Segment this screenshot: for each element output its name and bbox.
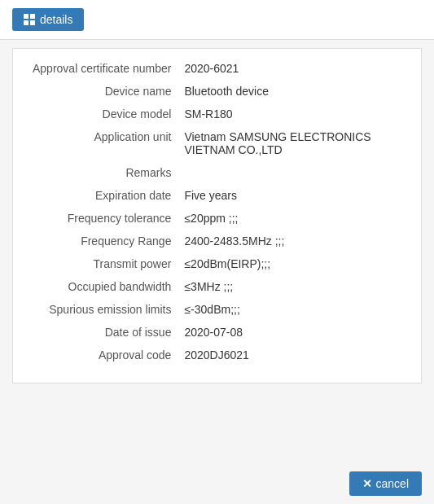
table-row: Application unitVietnam SAMSUNG ELECTRON… [29, 125, 405, 161]
field-value: 2020-6021 [181, 57, 405, 80]
field-label: Application unit [29, 125, 181, 161]
details-button[interactable]: details [12, 8, 84, 31]
table-row: Approval certificate number2020-6021 [29, 57, 405, 80]
field-label: Frequency tolerance [29, 207, 181, 230]
field-value [181, 161, 405, 184]
main-content: Approval certificate number2020-6021Devi… [12, 48, 422, 383]
field-value: SM-R180 [181, 103, 405, 125]
field-label: Spurious emission limits [29, 298, 181, 321]
cancel-label: cancel [376, 477, 409, 490]
field-value: ≤20dBm(EIRP);;; [181, 252, 405, 275]
table-row: Device nameBluetooth device [29, 80, 405, 103]
field-value: ≤20ppm ;;; [181, 207, 405, 230]
cancel-button[interactable]: ✕ cancel [349, 471, 422, 496]
footer: ✕ cancel [349, 471, 422, 496]
field-value: 2400-2483.5MHz ;;; [181, 230, 405, 252]
table-row: Device modelSM-R180 [29, 103, 405, 125]
field-label: Device name [29, 80, 181, 103]
field-value: Five years [181, 184, 405, 207]
field-value: ≤3MHz ;;; [181, 275, 405, 298]
field-label: Device model [29, 103, 181, 125]
field-label: Transmit power [29, 252, 181, 275]
table-row: Frequency Range2400-2483.5MHz ;;; [29, 230, 405, 252]
field-value: ≤-30dBm;;; [181, 298, 405, 321]
details-button-label: details [40, 13, 72, 26]
field-label: Approval code [29, 344, 181, 366]
field-value: 2020DJ6021 [181, 344, 405, 366]
field-label: Remarks [29, 161, 181, 184]
table-row: Date of issue2020-07-08 [29, 321, 405, 344]
field-label: Expiration date [29, 184, 181, 207]
field-value: 2020-07-08 [181, 321, 405, 344]
table-row: Frequency tolerance≤20ppm ;;; [29, 207, 405, 230]
table-row: Transmit power≤20dBm(EIRP);;; [29, 252, 405, 275]
field-label: Occupied bandwidth [29, 275, 181, 298]
field-value: Bluetooth device [181, 80, 405, 103]
field-label: Date of issue [29, 321, 181, 344]
table-row: Remarks [29, 161, 405, 184]
table-row: Occupied bandwidth≤3MHz ;;; [29, 275, 405, 298]
info-table: Approval certificate number2020-6021Devi… [29, 57, 405, 366]
grid-icon [24, 14, 35, 25]
field-value: Vietnam SAMSUNG ELECTRONICS VIETNAM CO.,… [181, 125, 405, 161]
x-icon: ✕ [362, 477, 372, 490]
table-row: Expiration dateFive years [29, 184, 405, 207]
field-label: Approval certificate number [29, 57, 181, 80]
field-label: Frequency Range [29, 230, 181, 252]
table-row: Spurious emission limits≤-30dBm;;; [29, 298, 405, 321]
table-row: Approval code2020DJ6021 [29, 344, 405, 366]
header: details [0, 0, 434, 40]
